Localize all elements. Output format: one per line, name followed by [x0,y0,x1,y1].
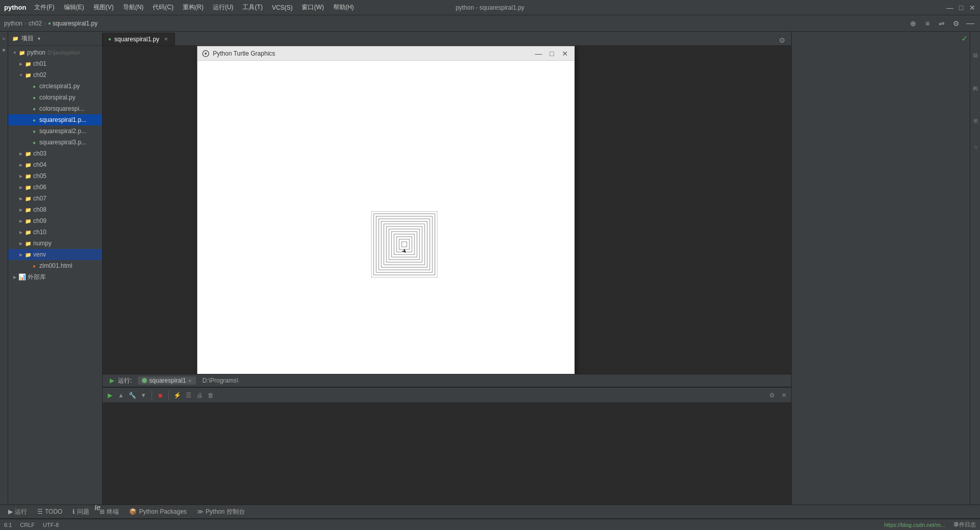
menu-help[interactable]: 帮助(H) [329,2,358,13]
right-icon-1[interactable]: 动 [971,34,980,64]
tree-item-ch10[interactable]: ▶ 📁 ch10 [8,226,102,238]
tree-label-ch04: ch04 [33,161,46,168]
sidebar-dropdown-icon[interactable]: ▾ [38,36,40,41]
tree-arrow-ch02: ▼ [18,72,23,78]
status-crlf[interactable]: CRLF [20,522,35,528]
status-url[interactable]: https://blog.csdn.net/m... [884,522,945,528]
bottom-print-btn[interactable]: 🖨 [194,390,205,400]
menu-window[interactable]: 窗口(W) [298,2,328,13]
tree-file-icon-squarespiral3: ● [31,139,38,146]
tree-item-ch03[interactable]: ▶ 📁 ch03 [8,148,102,159]
right-icon-3[interactable]: 书 [971,99,980,130]
bottom-wrench-btn[interactable]: 🔧 [127,390,137,400]
svg-rect-9 [389,229,420,260]
tree-label-venv: venv [33,251,46,258]
right-icon-4[interactable]: ☆ [971,132,980,162]
sidebar-header: 📁 项目 ▾ [8,32,102,46]
status-charset[interactable]: UTF-8 [43,522,59,528]
tree-item-python[interactable]: ▼ 📁 python D:\java\python [8,47,102,58]
status-bar: 6:1 CRLF UTF-8 https://blog.csdn.net/m..… [0,519,980,530]
turtle-maximize-btn[interactable]: □ [547,48,557,59]
bottom-close-panel-btn[interactable]: ✕ [779,390,789,400]
tab-settings-btn[interactable]: ⚙ [777,35,787,45]
menu-tools[interactable]: 工具(T) [238,2,266,13]
bottom-multiline-btn[interactable]: ⚡ [172,390,182,400]
tab-bar-row: ● squarespiral1.py ✕ ⚙ [103,32,791,46]
menu-file[interactable]: 文件(F) [30,2,58,13]
editor-content: Python Turtle Graphics — □ ✕ [103,46,791,374]
minimize-button[interactable]: — [946,4,953,11]
turtle-minimize-btn[interactable]: — [533,48,544,59]
tree-item-numpy[interactable]: ▶ 📁 numpy [8,238,102,249]
menu-vcs[interactable]: VCS(S) [268,3,297,12]
breadcrumb-ch02[interactable]: ch02 [29,20,42,27]
tree-item-ch04[interactable]: ▶ 📁 ch04 [8,159,102,170]
tree-item-colorsquarespi[interactable]: ▶ ● colorsquarespi... [8,103,102,114]
menu-nav[interactable]: 导航(N) [119,2,148,13]
tab-close-btn[interactable]: ✕ [162,36,169,43]
status-event-log[interactable]: 事件日志 [953,521,976,528]
tree-item-ch01[interactable]: ▶ 📁 ch01 [8,58,102,69]
breadcrumb-python[interactable]: python [4,20,22,27]
left-strip-icon1[interactable]: ≡ [0,34,9,44]
bottom-tab-packages[interactable]: 📦 Python Packages [125,505,190,518]
run-tab-icon2: ▶ [8,508,13,515]
tree-item-colorspiral[interactable]: ▶ ● colorspiral.py [8,92,102,103]
tab-squarespiral1[interactable]: ● squarespiral1.py ✕ [103,33,175,45]
menu-run[interactable]: 运行(U) [209,2,238,13]
tree-item-squarespiral3[interactable]: ▶ ● squarespiral3.p... [8,137,102,148]
spiral-container [371,211,437,279]
svg-rect-3 [374,214,435,275]
left-strip-icon2[interactable]: ■ [0,45,9,55]
tree-item-venv[interactable]: ▶ 📁 venv [8,249,102,260]
tree-folder-icon-ch03: 📁 [24,150,32,157]
python-console-label: Python 控制台 [206,508,245,516]
tree-item-zlm001[interactable]: ▶ ● zlm001.html [8,260,102,271]
close-button[interactable]: ✕ [969,4,976,11]
bottom-tab-run[interactable]: ▶ 运行 [4,505,31,518]
run-badge-close-btn[interactable]: ✕ [188,378,192,384]
menu-refactor[interactable]: 重构(R) [179,2,208,13]
minus-icon-top[interactable]: — [965,18,976,29]
bottom-tab-python-console[interactable]: ≫ Python 控制台 [193,505,249,518]
turtle-close-btn[interactable]: ✕ [560,48,570,59]
bottom-tab-todo[interactable]: ☰ TODO [33,505,66,518]
tree-item-ch02[interactable]: ▼ 📁 ch02 [8,69,102,81]
menu-view[interactable]: 视图(V) [89,2,118,13]
tree-label-ch01: ch01 [33,60,46,67]
tree-item-external-libs[interactable]: ▶ 📊 外部库 [8,271,102,283]
tree-item-ch08[interactable]: ▶ 📁 ch08 [8,204,102,215]
tree-arrow-ch04: ▶ [18,162,23,167]
tree-item-circlespiral1[interactable]: ▶ ● circlespiral1.py [8,81,102,92]
list-icon[interactable]: ≡ [922,18,933,29]
run-play-btn[interactable]: ▶ [107,375,117,386]
tree-item-ch05[interactable]: ▶ 📁 ch05 [8,170,102,182]
turtle-window[interactable]: Python Turtle Graphics — □ ✕ [197,46,575,374]
bottom-list-btn[interactable]: ☰ [183,390,193,400]
settings-icon-top[interactable]: ⚙ [950,18,962,29]
tree-item-squarespiral2[interactable]: ▶ ● squarespiral2.p... [8,125,102,137]
bottom-tab-problems[interactable]: ℹ 问题 [68,505,93,518]
bottom-stop-btn[interactable]: ■ [155,390,165,400]
bottom-up-btn[interactable]: ▲ [116,390,126,400]
run-badge[interactable]: squarespiral1 ✕ [138,376,196,385]
bottom-settings-btn[interactable]: ⚙ [767,390,777,400]
tree-item-ch09[interactable]: ▶ 📁 ch09 [8,215,102,226]
right-icon-2[interactable]: 构 [971,66,980,97]
split-icon[interactable]: ⇌ [936,18,947,29]
bottom-trash-btn[interactable]: 🗑 [206,390,216,400]
breadcrumb-file[interactable]: ● squarespiral1.py [48,20,97,27]
bottom-down-btn[interactable]: ▼ [138,390,149,400]
bottom-play-btn[interactable]: ▶ [105,390,115,400]
tree-item-squarespiral1[interactable]: ▶ ● squarespiral1.p... [8,114,102,125]
tree-item-ch07[interactable]: ▶ 📁 ch07 [8,193,102,204]
tree-item-ch06[interactable]: ▶ 📁 ch06 [8,182,102,193]
globe-icon[interactable]: ⊕ [908,18,919,29]
status-line-col[interactable]: 6:1 [4,522,12,528]
menu-edit[interactable]: 编辑(E) [60,2,88,13]
menu-code[interactable]: 代码(C) [149,2,178,13]
maximize-button[interactable]: □ [958,4,965,11]
python-console-icon: ≫ [197,508,204,515]
tree-label-colorspiral: colorspiral.py [39,94,76,101]
problems-label: 问题 [77,508,89,516]
